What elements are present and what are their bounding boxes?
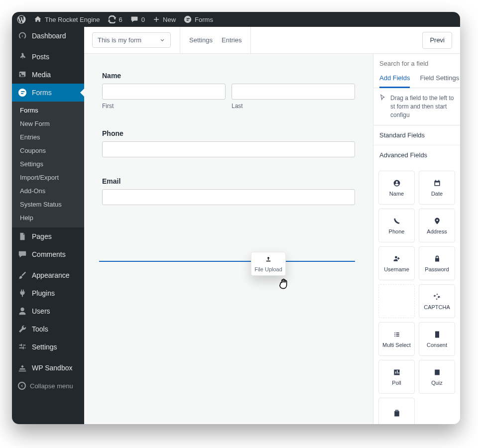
email-input[interactable]	[102, 189, 355, 205]
sandbox-icon	[18, 363, 27, 372]
card-label: Multi Select	[382, 342, 411, 348]
sidebar-label: Plugins	[32, 289, 55, 297]
wordpress-icon	[17, 15, 26, 24]
field-multiselect-card[interactable]: Multi Select	[378, 322, 415, 356]
field-name[interactable]: Name First Last	[102, 72, 355, 110]
user-icon	[18, 307, 27, 316]
field-captcha-card[interactable]: CAPTCHA	[419, 284, 455, 318]
sidebar-item-media[interactable]: Media	[12, 66, 84, 84]
phone-icon	[393, 217, 401, 225]
panel-hint: Drag a field to the left to st form and …	[373, 88, 460, 125]
collapse-menu[interactable]: Collapse menu	[12, 377, 84, 395]
field-clipboard-card[interactable]	[378, 398, 415, 424]
sidebar-label: Media	[32, 71, 51, 79]
forms-submenu: Forms New Form Entries Coupons Settings …	[12, 102, 84, 227]
submenu-entries[interactable]: Entries	[12, 130, 84, 144]
submenu-help[interactable]: Help	[12, 211, 84, 224]
sidebar-item-wpsandbox[interactable]: WP Sandbox	[12, 359, 84, 377]
sidebar-item-appearance[interactable]: Appearance	[12, 266, 84, 284]
field-label: Phone	[102, 129, 355, 137]
sidebar-label: Pages	[32, 232, 52, 240]
sidebar-label: Users	[32, 307, 50, 315]
sidebar-item-users[interactable]: Users	[12, 302, 84, 320]
submenu-add-ons[interactable]: Add-Ons	[12, 184, 84, 198]
field-panel: Add Fields Field Settings Drag a field t…	[373, 54, 460, 424]
field-phone-card[interactable]: Phone	[378, 209, 415, 242]
field-phone[interactable]: Phone	[102, 129, 355, 157]
form-switcher-label: This is my form	[98, 36, 141, 44]
divider	[250, 27, 251, 54]
wp-logo[interactable]	[17, 15, 26, 24]
sidebar-item-pages[interactable]: Pages	[12, 227, 84, 245]
field-password-card[interactable]: Password	[419, 246, 455, 280]
form-switcher[interactable]: This is my form	[92, 32, 171, 48]
tab-field-settings[interactable]: Field Settings	[420, 74, 459, 88]
wrench-icon	[18, 325, 27, 334]
sidebar-item-dashboard[interactable]: Dashboard	[12, 27, 84, 45]
header-entries-link[interactable]: Entries	[222, 36, 241, 44]
comments-link[interactable]: 0	[130, 15, 145, 23]
first-name-input[interactable]	[102, 84, 226, 100]
lock-icon	[433, 255, 441, 263]
user-plus-icon	[393, 255, 401, 263]
sidebar-item-settings[interactable]: Settings	[12, 338, 84, 356]
submenu-system-status[interactable]: System Status	[12, 198, 84, 211]
header-settings-link[interactable]: Settings	[189, 36, 213, 44]
last-name-input[interactable]	[232, 84, 355, 100]
grab-cursor-icon	[277, 277, 290, 290]
section-standard-fields[interactable]: Standard Fields	[373, 125, 460, 145]
sidebar-item-posts[interactable]: Posts	[12, 48, 84, 66]
forms-bar-label: Forms	[195, 16, 213, 23]
sidebar-item-forms[interactable]: Forms	[12, 84, 84, 102]
pin-icon	[433, 217, 441, 225]
sidebar-item-tools[interactable]: Tools	[12, 320, 84, 338]
field-username-card[interactable]: Username	[378, 246, 415, 280]
card-label: Name	[389, 191, 404, 197]
field-consent-card[interactable]: Consent	[419, 322, 455, 356]
updates-count: 6	[119, 16, 122, 23]
dragged-field-chip[interactable]: File Upload	[251, 252, 286, 276]
sidebar-label: Forms	[32, 89, 52, 97]
form-canvas[interactable]: Name First Last	[84, 54, 373, 424]
preview-button[interactable]: Previ	[422, 32, 452, 49]
submenu-forms[interactable]: Forms	[12, 104, 84, 117]
sidebar-item-plugins[interactable]: Plugins	[12, 284, 84, 302]
updates-link[interactable]: 6	[108, 15, 122, 23]
drop-indicator	[99, 261, 355, 262]
site-title: The Rocket Engine	[45, 16, 100, 23]
field-name-card[interactable]: Name	[378, 171, 415, 205]
plug-icon	[18, 289, 27, 298]
field-search-input[interactable]	[379, 60, 454, 67]
field-empty-card[interactable]	[378, 284, 415, 318]
first-sublabel: First	[102, 103, 226, 110]
card-label: CAPTCHA	[424, 304, 450, 310]
phone-input[interactable]	[102, 141, 355, 157]
upload-icon	[265, 256, 272, 263]
field-quiz-card[interactable]: Quiz	[419, 360, 455, 394]
field-date-card[interactable]: Date	[419, 171, 455, 205]
media-icon	[18, 70, 27, 79]
forms-bar-link[interactable]: Forms	[184, 15, 213, 23]
person-icon	[393, 179, 401, 187]
field-poll-card[interactable]: Poll	[378, 360, 415, 394]
sidebar-label: Appearance	[32, 271, 70, 279]
submenu-settings[interactable]: Settings	[12, 157, 84, 171]
card-label: Password	[425, 266, 449, 272]
new-link[interactable]: New	[153, 16, 176, 23]
submenu-coupons[interactable]: Coupons	[12, 144, 84, 157]
field-email[interactable]: Email	[102, 177, 355, 205]
card-label: Phone	[389, 228, 405, 234]
gauge-icon	[18, 31, 27, 40]
field-address-card[interactable]: Address	[419, 209, 455, 242]
card-label: Username	[384, 266, 409, 272]
tab-add-fields[interactable]: Add Fields	[379, 74, 410, 88]
section-advanced-fields[interactable]: Advanced Fields	[373, 145, 460, 165]
card-label: Consent	[427, 342, 447, 348]
submenu-import-export[interactable]: Import/Export	[12, 171, 84, 184]
submenu-new-form[interactable]: New Form	[12, 117, 84, 130]
sidebar-item-comments[interactable]: Comments	[12, 245, 84, 263]
site-home-link[interactable]: The Rocket Engine	[34, 15, 100, 23]
poll-icon	[393, 368, 401, 376]
comment-icon	[18, 250, 27, 259]
last-sublabel: Last	[232, 103, 355, 110]
